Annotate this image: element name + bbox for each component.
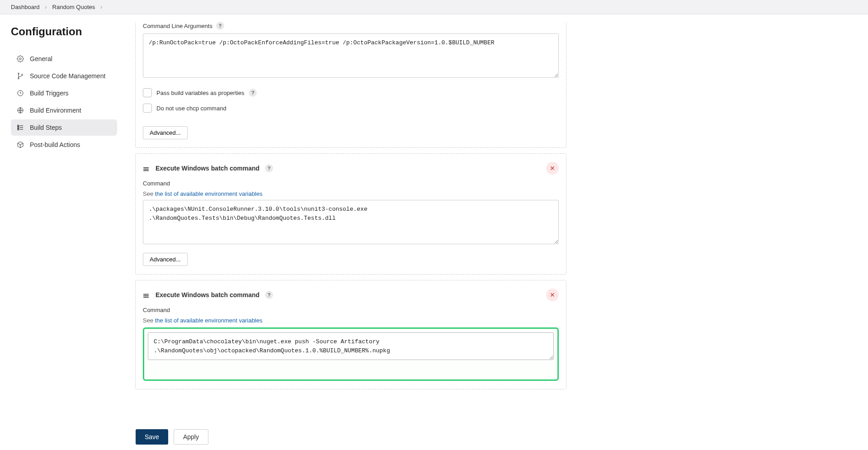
nav-build-steps[interactable]: Build Steps: [11, 119, 117, 136]
command-input[interactable]: [143, 200, 559, 244]
build-step-msbuild: Command Line Arguments ? Pass build vari…: [135, 22, 566, 148]
nav-label: Build Environment: [30, 107, 81, 114]
main-content: Command Line Arguments ? Pass build vari…: [124, 14, 581, 440]
nav-label: General: [30, 55, 52, 62]
command-input-highlighted[interactable]: [148, 332, 554, 360]
breadcrumb: Dashboard › Random Quotes ›: [0, 0, 868, 14]
checkbox-pass-vars[interactable]: [143, 88, 152, 97]
svg-rect-10: [18, 129, 19, 130]
svg-point-2: [18, 78, 19, 79]
drag-handle-icon[interactable]: [143, 166, 150, 171]
advanced-button[interactable]: Advanced...: [143, 126, 188, 139]
env-vars-hint: See the list of available environment va…: [143, 190, 559, 197]
command-label: Command: [143, 307, 559, 313]
env-vars-link[interactable]: the list of available environment variab…: [155, 317, 263, 324]
delete-step-button[interactable]: ✕: [546, 289, 559, 301]
save-button[interactable]: Save: [136, 429, 168, 440]
globe-icon: [16, 106, 24, 114]
breadcrumb-dashboard[interactable]: Dashboard: [11, 4, 40, 10]
nav-post-build[interactable]: Post-build Actions: [11, 137, 117, 153]
apply-button[interactable]: Apply: [174, 429, 208, 440]
delete-step-button[interactable]: ✕: [546, 162, 559, 175]
nav-label: Post-build Actions: [30, 141, 80, 148]
help-icon[interactable]: ?: [249, 89, 257, 97]
build-step-batch-1: Execute Windows batch command ? ✕ Comman…: [135, 153, 566, 275]
chevron-right-icon: ›: [45, 4, 47, 10]
svg-point-3: [22, 74, 23, 76]
nav-label: Source Code Management: [30, 72, 105, 80]
branch-icon: [16, 72, 24, 80]
gear-icon: [16, 55, 24, 63]
env-vars-hint: See the list of available environment va…: [143, 317, 559, 324]
help-icon[interactable]: ?: [216, 22, 224, 30]
nav-triggers[interactable]: Build Triggers: [11, 85, 117, 101]
bottom-action-bar: Save Apply: [136, 429, 208, 440]
cmdline-args-label: Command Line Arguments ?: [143, 22, 559, 30]
nav-label: Build Triggers: [30, 90, 69, 97]
svg-rect-6: [18, 125, 19, 127]
build-step-batch-2: Execute Windows batch command ? ✕ Comman…: [135, 280, 566, 389]
chevron-right-icon: ›: [100, 4, 102, 10]
highlighted-command-box: [143, 327, 559, 381]
svg-point-1: [18, 73, 19, 74]
step-title: Execute Windows batch command: [156, 165, 259, 172]
clock-icon: [16, 89, 24, 97]
checkbox-chcp[interactable]: [143, 104, 152, 113]
drag-handle-icon[interactable]: [143, 292, 150, 298]
breadcrumb-random-quotes[interactable]: Random Quotes: [52, 4, 95, 10]
help-icon[interactable]: ?: [265, 291, 273, 299]
package-icon: [16, 141, 24, 149]
page-title: Configuration: [11, 25, 117, 38]
help-icon[interactable]: ?: [265, 164, 273, 172]
checkbox-label: Do not use chcp command: [156, 105, 226, 112]
svg-point-0: [19, 58, 21, 60]
advanced-button[interactable]: Advanced...: [143, 253, 188, 266]
svg-rect-8: [18, 127, 19, 128]
cmdline-args-input[interactable]: [143, 33, 559, 78]
checkbox-label: Pass build variables as properties: [156, 90, 244, 96]
steps-icon: [16, 123, 24, 132]
step-title: Execute Windows batch command: [156, 291, 259, 298]
env-vars-link[interactable]: the list of available environment variab…: [155, 190, 263, 197]
nav-general[interactable]: General: [11, 51, 117, 67]
checkbox-row-chcp: Do not use chcp command: [143, 104, 559, 113]
nav-scm[interactable]: Source Code Management: [11, 68, 117, 84]
nav-environment[interactable]: Build Environment: [11, 102, 117, 118]
sidebar: Configuration General Source Code Manage…: [0, 14, 124, 440]
nav-label: Build Steps: [30, 124, 62, 131]
command-label: Command: [143, 180, 559, 187]
checkbox-row-pass-vars: Pass build variables as properties ?: [143, 88, 559, 97]
